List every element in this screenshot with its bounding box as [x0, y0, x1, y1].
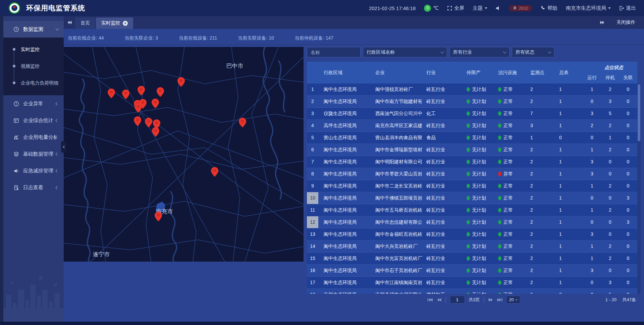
- pin-center: [180, 79, 182, 82]
- row-index: 8: [307, 168, 318, 180]
- name-filter-field[interactable]: [307, 47, 361, 57]
- map-marker-pin[interactable]: [108, 89, 115, 98]
- table-row[interactable]: 9阆中生态环境局阆中市二龙长宝页岩砖砖瓦行业无计划正常21120: [307, 180, 637, 192]
- row-stopped-count: 0: [601, 265, 619, 276]
- close-operations-button[interactable]: 关闭操作: [616, 19, 635, 25]
- map-marker-pin[interactable]: [155, 212, 162, 221]
- logout-button[interactable]: 退出: [619, 5, 636, 11]
- first-page-icon[interactable]: [427, 298, 433, 302]
- table-row[interactable]: 7阆中生态环境局阆中明阳建材有限公司砖瓦行业无计划正常21300: [307, 156, 637, 168]
- tabs-scroll-right-icon[interactable]: [596, 20, 608, 24]
- map-panel[interactable]: 巴中市南充市遂宁市: [64, 47, 304, 262]
- pin-center: [142, 101, 144, 104]
- notifications-badge[interactable]: 2632: [509, 5, 532, 11]
- page-size-select[interactable]: 20: [506, 296, 520, 304]
- scrollbar-thumb[interactable]: [638, 84, 640, 141]
- pin-center: [154, 101, 157, 104]
- next-page-icon[interactable]: [488, 298, 493, 302]
- theme-dropdown[interactable]: 主题: [473, 5, 487, 11]
- table-row[interactable]: 8阆中生态环境局阆中市枣碧大梁山页岩砖瓦行业无计划异常21300: [307, 168, 637, 180]
- table-row[interactable]: 2阆中生态环境局阆中市南方节能建材有砖瓦行业无计划正常21030: [307, 96, 637, 108]
- status-dot-green-icon: [467, 111, 470, 116]
- row-company: 南部县砚峰水泥有限公: [373, 289, 425, 294]
- pin-center: [241, 120, 244, 123]
- tab-item[interactable]: 首页: [75, 17, 95, 29]
- table-row[interactable]: 17阆中生态环境局阆中市江南镇阆南页岩砖瓦行业无计划正常21030: [307, 277, 637, 289]
- map-marker-pin[interactable]: [152, 127, 159, 137]
- table-row[interactable]: 13阆中生态环境局阆中市金福旺页岩机砖砖瓦行业无计划正常21300: [307, 228, 637, 240]
- row-company: 西南油气田分公司川中: [373, 108, 425, 119]
- sidebar-item-label: 企业用电量分析: [23, 134, 56, 141]
- stat-item: 当前失联设备:10: [238, 35, 274, 41]
- sidebar-item-button[interactable]: 日志查看: [3, 179, 64, 196]
- sidebar-item-button[interactable]: 企业用电量分析: [3, 129, 64, 146]
- map-canvas[interactable]: 巴中市南充市遂宁市: [64, 47, 304, 262]
- row-production-status: 无计划: [465, 84, 496, 95]
- row-industry: 砖瓦行业: [425, 84, 465, 95]
- map-marker-pin[interactable]: [157, 87, 164, 97]
- row-offline-count: 0: [619, 204, 637, 216]
- table-row[interactable]: 4高坪生态环境局南充市高坪区王家店建砖瓦行业无计划正常31220: [307, 120, 637, 132]
- sidebar-item-label: 基础数据管理: [23, 151, 56, 157]
- chevron-down-icon: [608, 7, 611, 9]
- last-page-icon[interactable]: [497, 298, 502, 302]
- row-stopped-count: 5: [601, 108, 619, 119]
- tab-active[interactable]: 实时监控×: [96, 17, 133, 29]
- sidebar-item-button[interactable]: 数据监测: [3, 21, 64, 38]
- tab-close-icon[interactable]: ×: [123, 21, 128, 26]
- table-row[interactable]: 15阆中生态环境局阆中市光富页岩机砖厂砖瓦行业无计划正常21120: [307, 253, 637, 265]
- status-dot-green-icon: [498, 208, 501, 212]
- sidebar-subitem[interactable]: 企业电力负荷明细: [3, 74, 64, 91]
- sidebar-subitem[interactable]: 实时监控: [3, 41, 64, 58]
- table-row[interactable]: 3仪陇生态环境局西南油气田分公司川中化工无计划正常71350: [307, 108, 637, 120]
- tabs-scroll-left-icon[interactable]: [64, 16, 75, 29]
- map-marker-pin[interactable]: [122, 90, 129, 99]
- map-marker-pin[interactable]: [145, 118, 152, 127]
- map-marker-pin[interactable]: [239, 118, 246, 127]
- help-button[interactable]: 帮助: [541, 5, 557, 11]
- row-monitor-points: 2: [526, 253, 553, 264]
- sidebar-item-label: 企业综合统计: [23, 117, 56, 124]
- prev-page-icon[interactable]: [437, 298, 441, 302]
- name-filter-input[interactable]: [311, 50, 357, 55]
- table-row[interactable]: 10阆中生态环境局阆中千佛镇五郎垭页岩砖瓦行业无计划正常21003: [307, 192, 637, 204]
- chevron-down-icon: [548, 50, 551, 53]
- row-facility-status: 正常: [496, 180, 526, 192]
- table-row[interactable]: 11阆中生态环境局阆中市五马桥页岩机砖砖瓦行业无计划正常21120: [307, 204, 637, 216]
- map-marker-pin[interactable]: [134, 116, 141, 126]
- row-monitor-points: 2: [526, 277, 553, 288]
- row-index: 16: [307, 265, 318, 276]
- row-facility-status: 正常: [496, 204, 526, 216]
- table-row[interactable]: 6阆中生态环境局阆中市金博瑞新型墙材砖瓦行业无计划正常21120: [307, 144, 637, 156]
- map-marker-pin[interactable]: [138, 86, 145, 96]
- table-row[interactable]: 14阆中生态环境局阆中大兴页岩机砖厂砖瓦行业无计划正常21120: [307, 240, 637, 253]
- table-row[interactable]: 1阆中生态环境局阆中强锐页岩砖厂砖瓦行业无计划正常21120: [307, 84, 637, 96]
- table-row[interactable]: 18南部生态环境局南部县砚峰水泥有限公建材加工无计划正常60050: [307, 289, 637, 294]
- row-production-status: 无计划: [465, 289, 496, 294]
- table-row[interactable]: 12阆中生态环境局阆中市忠信建材有限公砖瓦行业无计划正常21003: [307, 216, 637, 228]
- region-filter-select[interactable]: 行政区域名称: [363, 47, 447, 57]
- sidebar-item-button[interactable]: 企业综合统计: [3, 112, 64, 129]
- sidebar-item-button[interactable]: 企业异常: [3, 95, 64, 112]
- table-column-header: 总表: [553, 62, 583, 84]
- status-filter-select[interactable]: 所有状态: [512, 47, 554, 57]
- industry-filter-select[interactable]: 所有行业: [449, 47, 509, 57]
- status-dot-green-icon: [467, 196, 470, 200]
- row-production-status: 无计划: [465, 108, 496, 119]
- sidebar-item-button[interactable]: 基础数据管理: [3, 146, 64, 162]
- table-row[interactable]: 5营山生态环境局营山县润丰肉食品有限食品无计划正常10010: [307, 132, 637, 144]
- row-total-meters: 1: [553, 240, 583, 252]
- org-dropdown[interactable]: 南充市生态环境局: [566, 5, 611, 11]
- speaker-button[interactable]: [496, 6, 500, 10]
- map-marker-pin[interactable]: [211, 167, 218, 177]
- row-facility-status: 正常: [496, 144, 526, 156]
- page-number-input[interactable]: [450, 296, 465, 304]
- map-marker-pin[interactable]: [152, 99, 159, 108]
- fullscreen-button[interactable]: 全屏: [447, 5, 464, 11]
- sidebar-item-button[interactable]: 应急减排管理: [3, 162, 64, 179]
- sidebar-subitem[interactable]: 视频监控: [3, 58, 64, 74]
- app-header: 环保用电监管系统 2021-02-25 17:46:18 0 ℃ 全屏 主题: [0, 0, 644, 16]
- table-row[interactable]: 16阆中生态环境局阆中市石子页岩机砖厂砖瓦行业无计划正常21300: [307, 265, 637, 277]
- table-scrollbar[interactable]: [637, 84, 641, 294]
- map-collapse-handle[interactable]: [61, 141, 66, 153]
